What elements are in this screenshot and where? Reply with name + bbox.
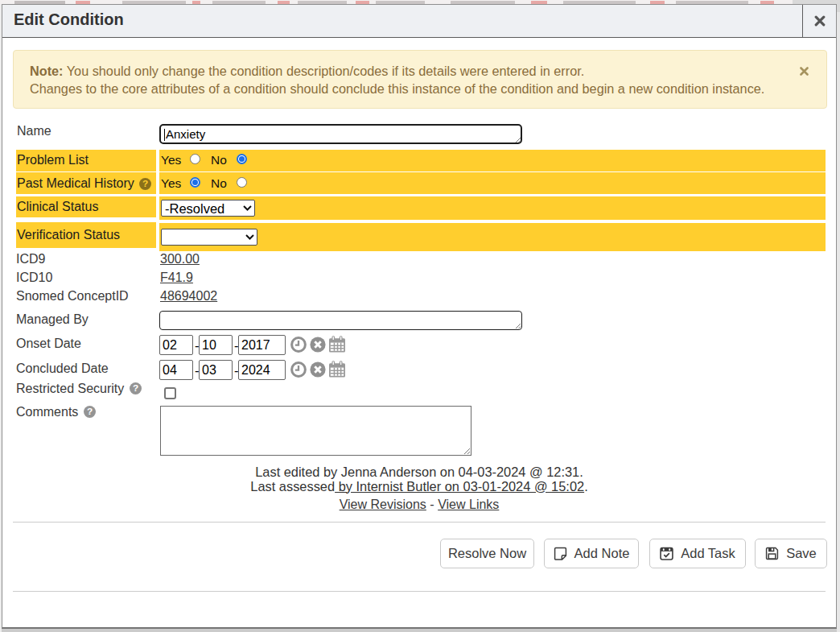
svg-text:?: ? [87,406,93,417]
svg-text:?: ? [133,382,138,394]
svg-text:?: ? [142,178,148,189]
